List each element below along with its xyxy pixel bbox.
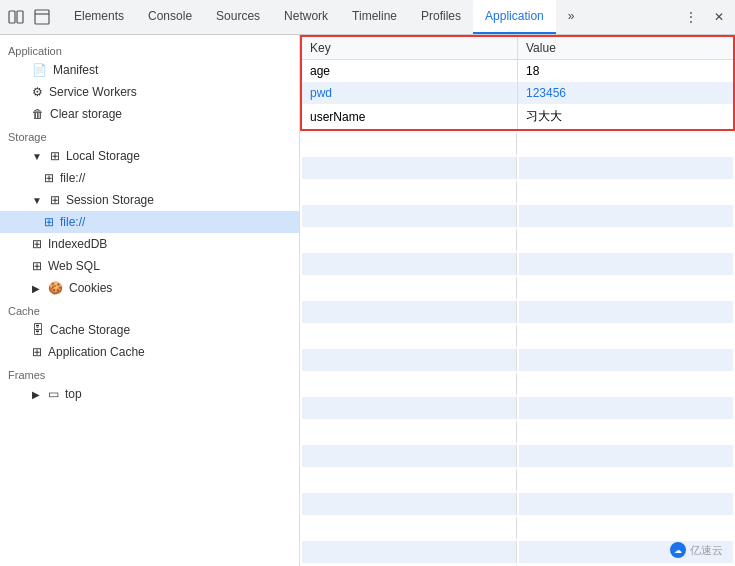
content-area: Key Value age18pwd123456userName习大大 ☁ 亿速… [300,35,735,566]
table-cell-key: pwd [301,82,518,104]
stripe-row [302,469,733,491]
expand-arrow-cookies: ▶ [32,283,40,294]
sidebar-item-service-workers[interactable]: ⚙ Service Workers [0,81,299,103]
application-cache-icon: ⊞ [32,345,42,359]
tab-bar: Elements Console Sources Network Timelin… [0,0,735,35]
tab-network[interactable]: Network [272,0,340,34]
table-cell-value: 123456 [518,82,735,104]
cache-storage-icon: 🗄 [32,323,44,337]
local-storage-file-icon: ⊞ [44,171,54,185]
stripe-row [302,493,733,515]
table-row[interactable]: userName习大大 [301,104,734,130]
sidebar-section-cache: Cache [0,299,299,319]
stripe-row [302,421,733,443]
expand-arrow-frames: ▶ [32,389,40,400]
dock-icon[interactable] [30,5,54,29]
clear-storage-icon: 🗑 [32,107,44,121]
tab-bar-actions: ⋮ ✕ [679,5,731,29]
local-storage-group: ▼ ⊞ Local Storage ⊞ file:// [0,145,299,189]
watermark-icon: ☁ [670,542,686,558]
tab-timeline[interactable]: Timeline [340,0,409,34]
stripe-row [302,229,733,251]
more-options-icon[interactable]: ⋮ [679,5,703,29]
stripe-row [302,349,733,371]
striped-background [300,131,735,566]
tab-sources[interactable]: Sources [204,0,272,34]
close-devtools-icon[interactable]: ✕ [707,5,731,29]
sidebar-section-application: Application [0,39,299,59]
session-storage-icon: ⊞ [50,193,60,207]
manifest-icon: 📄 [32,63,47,77]
stripe-row [302,157,733,179]
main-container: Application 📄 Manifest ⚙ Service Workers… [0,35,735,566]
col-header-value: Value [518,36,735,60]
sidebar-item-local-storage-file[interactable]: ⊞ file:// [0,167,299,189]
sidebar-item-indexeddb[interactable]: ⊞ IndexedDB [0,233,299,255]
tab-application[interactable]: Application [473,0,556,34]
stripe-row [302,301,733,323]
svg-rect-0 [9,11,15,23]
back-forward-icon[interactable] [4,5,28,29]
stripe-row [302,517,733,539]
stripe-row [302,277,733,299]
cookies-icon: 🍪 [48,281,63,295]
table-cell-key: age [301,60,518,83]
expand-arrow-session: ▼ [32,195,42,206]
local-storage-icon: ⊞ [50,149,60,163]
tab-console[interactable]: Console [136,0,204,34]
sidebar-item-cache-storage[interactable]: 🗄 Cache Storage [0,319,299,341]
table-cell-key: userName [301,104,518,130]
sidebar-item-application-cache[interactable]: ⊞ Application Cache [0,341,299,363]
sidebar-item-session-storage[interactable]: ▼ ⊞ Session Storage [0,189,299,211]
stripe-row [302,541,733,563]
stripe-row [302,205,733,227]
tabs-container: Elements Console Sources Network Timelin… [62,0,679,34]
stripe-row [302,373,733,395]
sidebar-section-frames: Frames [0,363,299,383]
session-storage-group: ▼ ⊞ Session Storage ⊞ file:// [0,189,299,233]
stripe-row [302,253,733,275]
watermark: ☁ 亿速云 [670,542,723,558]
web-sql-icon: ⊞ [32,259,42,273]
stripe-row [302,325,733,347]
table-row[interactable]: age18 [301,60,734,83]
service-workers-icon: ⚙ [32,85,43,99]
table-cell-value: 18 [518,60,735,83]
table-row[interactable]: pwd123456 [301,82,734,104]
sidebar-item-cookies[interactable]: ▶ 🍪 Cookies [0,277,299,299]
sidebar-section-storage: Storage [0,125,299,145]
expand-arrow-local: ▼ [32,151,42,162]
svg-rect-1 [17,11,23,23]
top-frame-icon: ▭ [48,387,59,401]
indexeddb-icon: ⊞ [32,237,42,251]
sidebar-item-local-storage[interactable]: ▼ ⊞ Local Storage [0,145,299,167]
stripe-row [302,445,733,467]
session-storage-file-icon: ⊞ [44,215,54,229]
sidebar-item-web-sql[interactable]: ⊞ Web SQL [0,255,299,277]
watermark-text: 亿速云 [690,543,723,558]
col-header-key: Key [301,36,518,60]
table-cell-value: 习大大 [518,104,735,130]
stripe-row [302,397,733,419]
storage-table: Key Value age18pwd123456userName习大大 [300,35,735,131]
sidebar: Application 📄 Manifest ⚙ Service Workers… [0,35,300,566]
tab-more[interactable]: » [556,0,587,34]
svg-rect-2 [35,10,49,24]
stripe-row [302,181,733,203]
tab-profiles[interactable]: Profiles [409,0,473,34]
tab-bar-icons [4,5,54,29]
sidebar-item-clear-storage[interactable]: 🗑 Clear storage [0,103,299,125]
sidebar-item-top[interactable]: ▶ ▭ top [0,383,299,405]
tab-elements[interactable]: Elements [62,0,136,34]
sidebar-item-session-storage-file[interactable]: ⊞ file:// [0,211,299,233]
stripe-row [302,133,733,155]
sidebar-item-manifest[interactable]: 📄 Manifest [0,59,299,81]
